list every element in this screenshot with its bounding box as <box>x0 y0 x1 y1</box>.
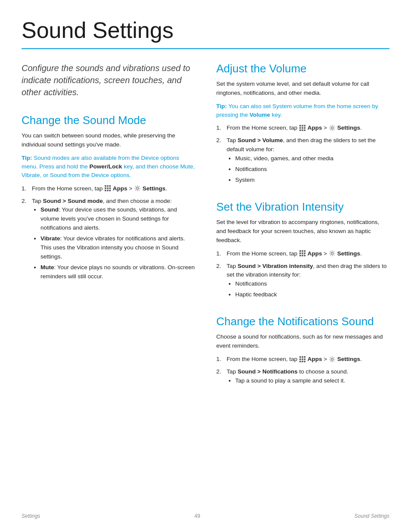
section-title-change-sound-mode: Change the Sound Mode <box>22 114 195 127</box>
svg-rect-38 <box>304 361 306 362</box>
footer: Settings 49 Sound Settings <box>22 513 389 519</box>
step-1-sound-mode: 1. From the Home screen, tap Apps > Sett… <box>22 184 195 193</box>
svg-rect-28 <box>304 255 306 257</box>
section-title-set-vibration: Set the Vibration Intensity <box>216 200 389 214</box>
step-num: 2. <box>216 262 224 303</box>
bullet-music: Music, video, games, and other media <box>235 154 389 163</box>
svg-rect-14 <box>302 127 303 129</box>
svg-rect-7 <box>107 190 109 192</box>
svg-rect-23 <box>299 252 301 254</box>
svg-rect-6 <box>105 190 106 192</box>
svg-point-29 <box>331 252 333 255</box>
footer-page: 49 <box>194 513 200 519</box>
bullet-sound: Sound: Your device uses the sounds, vibr… <box>40 205 195 233</box>
step-text: Tap Sound > Notifications to choose a so… <box>227 367 389 389</box>
step-1-notifications-sound: 1. From the Home screen, tap Apps > Sett… <box>216 355 389 364</box>
step-text: From the Home screen, tap Apps > Setting… <box>227 249 389 258</box>
step-2-sound-mode: 2. Tap Sound > Sound mode, and then choo… <box>22 197 195 285</box>
svg-rect-25 <box>304 252 306 254</box>
svg-rect-20 <box>299 250 301 252</box>
apps-icon <box>299 356 305 362</box>
section-change-sound-mode: Change the Sound Mode You can switch bet… <box>22 114 195 285</box>
bullet-mute: Mute: Your device plays no sounds or vib… <box>40 263 195 281</box>
adjust-volume-tip: Tip: You can also set System volume from… <box>216 102 389 120</box>
notifications-sound-bullets: Tap a sound to play a sample and select … <box>235 376 389 386</box>
step-num: 1. <box>216 355 224 364</box>
set-vibration-body: Set the level for vibration to accompany… <box>216 218 389 245</box>
bullet-notifications: Notifications <box>235 165 389 174</box>
svg-rect-8 <box>109 190 111 192</box>
left-column: Configure the sounds and vibrations used… <box>22 62 195 401</box>
apps-label: Apps <box>113 185 128 192</box>
svg-rect-24 <box>302 252 303 254</box>
tip-label: Tip: <box>22 155 32 161</box>
step-num: 1. <box>22 184 29 193</box>
svg-rect-30 <box>299 356 301 358</box>
step-2-notifications-sound: 2. Tap Sound > Notifications to choose a… <box>216 367 389 389</box>
svg-rect-22 <box>304 250 306 252</box>
bullet-vibrate: Vibrate: Your device vibrates for notifi… <box>40 234 195 261</box>
settings-icon <box>329 250 335 256</box>
step-num: 1. <box>216 124 224 133</box>
vibration-bullets: Notifications Haptic feedback <box>235 280 389 299</box>
settings-icon <box>329 356 335 362</box>
svg-rect-32 <box>304 356 306 358</box>
svg-rect-27 <box>302 255 303 257</box>
svg-rect-5 <box>109 187 111 189</box>
svg-rect-15 <box>304 127 306 129</box>
step-num: 1. <box>216 249 224 258</box>
right-column: Adjust the Volume Set the system volume … <box>216 62 389 401</box>
title-divider <box>22 48 389 49</box>
svg-rect-12 <box>304 125 306 127</box>
svg-rect-18 <box>304 129 306 131</box>
step-text: Tap Sound > Sound mode, and then choose … <box>32 197 195 285</box>
step-text: From the Home screen, tap Apps > Setting… <box>32 184 195 193</box>
volume-bullets: Music, video, games, and other media Not… <box>235 154 389 185</box>
bullet-haptic: Haptic feedback <box>235 290 389 299</box>
svg-rect-0 <box>105 185 106 187</box>
step-text: Tap Sound > Vibration intensity, and the… <box>227 262 389 303</box>
tip-label: Tip: <box>216 103 227 109</box>
volume-key-label: Volume <box>249 112 270 118</box>
footer-right: Sound Settings <box>355 513 389 519</box>
step-2-volume: 2. Tap Sound > Volume, and then drag the… <box>216 136 389 188</box>
tip-text: You can also set System volume from the … <box>216 103 378 118</box>
adjust-volume-body: Set the system volume level, and set def… <box>216 80 389 98</box>
section-title-notifications-sound: Change the Notifications Sound <box>216 315 389 328</box>
settings-icon <box>329 125 335 131</box>
svg-point-9 <box>136 187 138 190</box>
tip-text-2: key. <box>270 112 282 118</box>
intro-text: Configure the sounds and vibrations used… <box>22 62 195 98</box>
step-text: Tap Sound > Volume, and then drag the sl… <box>227 136 389 188</box>
step-1-volume: 1. From the Home screen, tap Apps > Sett… <box>216 124 389 133</box>
section-set-vibration: Set the Vibration Intensity Set the leve… <box>216 200 389 303</box>
change-sound-mode-body: You can switch between sound modes, whil… <box>22 131 195 149</box>
svg-rect-1 <box>107 185 109 187</box>
bullet-tap-sound: Tap a sound to play a sample and select … <box>235 376 389 386</box>
step-text: From the Home screen, tap Apps > Setting… <box>227 124 389 133</box>
apps-icon <box>299 125 305 131</box>
notifications-sound-body: Choose a sound for notifications, such a… <box>216 333 389 351</box>
svg-rect-21 <box>302 250 303 252</box>
tip-powerlock: Power/Lock <box>90 163 122 170</box>
svg-rect-33 <box>299 358 301 360</box>
sound-mode-bullets: Sound: Your device uses the sounds, vibr… <box>40 205 195 281</box>
step-2-vibration: 2. Tap Sound > Vibration intensity, and … <box>216 262 389 303</box>
svg-rect-16 <box>299 129 301 131</box>
bullet-system: System <box>235 176 389 185</box>
change-sound-mode-tip: Tip: Sound modes are also available from… <box>22 154 195 180</box>
step-num: 2. <box>22 197 29 285</box>
section-change-notifications-sound: Change the Notifications Sound Choose a … <box>216 315 389 389</box>
section-title-adjust-volume: Adjust the Volume <box>216 62 389 75</box>
svg-rect-31 <box>302 356 303 358</box>
settings-label: Settings <box>143 185 165 192</box>
step-1-vibration: 1. From the Home screen, tap Apps > Sett… <box>216 249 389 258</box>
svg-rect-3 <box>105 187 106 189</box>
settings-icon <box>134 185 140 191</box>
svg-rect-17 <box>302 129 303 131</box>
step-text: From the Home screen, tap Apps > Setting… <box>227 355 389 364</box>
svg-point-39 <box>331 358 333 360</box>
apps-icon <box>299 250 305 256</box>
svg-rect-37 <box>302 361 303 362</box>
svg-rect-36 <box>299 361 301 362</box>
